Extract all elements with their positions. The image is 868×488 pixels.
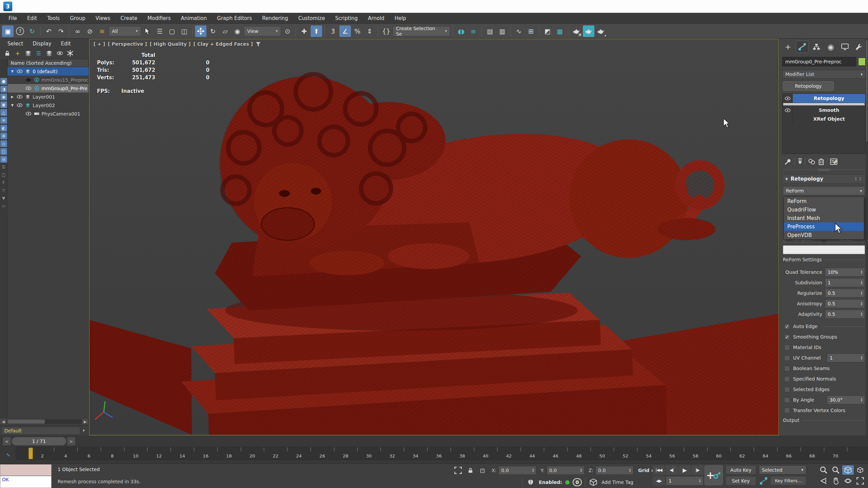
setting-value-field[interactable]: 0.5▴▾ [825,289,865,298]
scene-tree-row[interactable]: PhysCamera001 [7,109,88,118]
filter-materials-icon[interactable]: □ [0,171,7,178]
visibility-eye-icon[interactable] [25,78,32,82]
make-unique-icon[interactable] [808,158,815,165]
menu-item-scripting[interactable]: Scripting [330,15,363,21]
algorithm-option-instant-mesh[interactable]: Instant Mesh [784,214,864,222]
algorithm-dropdown[interactable]: ReForm▾ [783,186,865,195]
select-and-place-button[interactable]: ◉ [232,25,243,37]
viewport-pov-menu[interactable]: [ Perspective ] [108,41,147,47]
menu-item-create[interactable]: Create [115,15,142,21]
spinner-snap-toggle-button[interactable]: ⇕ [364,25,375,37]
edit-named-selection-sets-button[interactable]: {} [380,25,392,37]
auto-key-button[interactable]: Auto Key [726,465,756,474]
menu-item-modifiers[interactable]: Modifiers [142,15,176,21]
viewport-general-menu[interactable]: [ + ] [94,41,105,47]
checkbox[interactable] [784,397,790,403]
scene-tree-row[interactable]: ▼ Layer002 [7,101,88,109]
play-button[interactable]: ▶ [678,465,691,475]
viewport-quality-menu[interactable]: [ High Quality ] [150,41,191,47]
modify-tab[interactable] [796,41,809,53]
bind-to-space-warp-icon[interactable]: ≋ [96,25,108,37]
undo-button[interactable]: ↶ [43,25,55,37]
checkbox[interactable] [784,376,790,382]
unlink-selection-icon[interactable]: ⊘ [84,25,96,37]
hold-button[interactable]: 7 [14,25,26,37]
menu-item-file[interactable]: File [3,15,22,21]
toggle-scene-explorer-button[interactable]: ▤ [484,25,496,37]
rendered-frame-window-button[interactable] [583,25,594,37]
field-of-view-icon[interactable] [818,476,829,486]
explorer-preset-dropdown[interactable]: Default [1,427,80,435]
spinner-icon[interactable]: ▴▾ [861,270,862,274]
checkbox[interactable] [784,345,790,350]
scrollbar-track[interactable] [7,419,82,424]
object-name-field[interactable]: mmGroup0_Pre-Preproc [782,57,856,66]
show-end-result-icon[interactable] [797,158,802,165]
expand-toggle-icon[interactable]: ▶ [9,95,15,99]
modifier-eye-icon[interactable] [783,106,793,115]
menu-item-views[interactable]: Views [91,15,115,21]
select-and-manipulate-button[interactable]: ✚ [298,25,310,37]
filter-shapes-icon[interactable]: ◑ [0,86,7,93]
scene-tree-row[interactable]: ▼ 0 (default) [7,67,88,76]
window-crossing-toggle-button[interactable]: ◫ [178,25,190,37]
3dsmax-logo-icon[interactable]: 3 [3,2,12,11]
filter-xrefs-icon[interactable]: ⊕ [0,133,7,139]
algorithm-option-openvdb[interactable]: OpenVDB [784,231,864,239]
explorer-menu-edit[interactable]: Edit [57,41,75,47]
modifier-stack-row-xref-object[interactable]: XRef Object [783,115,865,123]
select-and-rotate-button[interactable]: ↻ [207,25,219,37]
named-selection-sets-dropdown[interactable]: Create Selection Se▾ [393,26,450,36]
retopology-modifier-button[interactable]: Retopology [783,81,834,91]
motion-tab[interactable]: ◉ [824,41,837,53]
snap-toggle-3d-button[interactable]: 3 [327,25,339,37]
hierarchy-view-icon[interactable]: ☰ [35,49,42,57]
frame-counter-value[interactable]: 1 / 71 [12,437,66,445]
expand-toggle-icon[interactable]: ▼ [9,69,15,73]
spinner-icon[interactable]: ▴▾ [629,468,631,472]
y-coord-field[interactable]: 0.0▴▾ [547,466,585,475]
toggle-layer-explorer-button[interactable]: ▥ [496,25,508,37]
add-to-active-layer-icon[interactable] [24,49,32,57]
visibility-eye-icon[interactable] [16,103,23,107]
render-production-button[interactable] [595,25,607,37]
fetch-button[interactable]: ↻ [26,25,38,37]
viewport-3d-scene[interactable] [90,39,778,435]
key-filters-mode-icon[interactable] [759,476,768,485]
mirror-button[interactable]: ◖◗ [455,25,467,37]
utilities-tab[interactable] [853,41,866,53]
menu-item-animation[interactable]: Animation [176,15,212,21]
percent-snap-toggle-button[interactable]: % [352,25,363,37]
display-tab[interactable] [839,41,851,53]
isolate-selection-icon[interactable] [453,466,463,475]
scroll-left-icon[interactable]: ◀ [1,419,6,424]
spinner-icon[interactable]: ▴▾ [861,281,862,285]
select-and-link-icon[interactable]: ∞ [72,25,83,37]
pan-hand-icon[interactable] [830,476,842,486]
menu-item-rendering[interactable]: Rendering [257,15,293,21]
key-selection-dropdown[interactable]: Selected▾ [759,465,806,474]
zoom-all-icon[interactable] [830,465,842,475]
remove-modifier-trash-icon[interactable] [818,158,824,165]
filter-space-warps-icon[interactable]: ≋ [0,117,7,124]
viewport-filter-funnel-icon[interactable] [256,42,261,47]
modifier-stack-row-retopology[interactable]: Retopology [783,94,865,103]
open-mini-curve-editor-icon[interactable]: ∿ [3,449,14,461]
shield-icon[interactable] [526,477,536,487]
material-editor-button[interactable]: ◩ [542,25,553,37]
setting-value-field[interactable]: 10%▴▾ [825,268,865,277]
explorer-horizontal-scrollbar[interactable]: ◀ ▶ [1,419,88,425]
spinner-icon[interactable]: ▴▾ [699,479,701,483]
next-frame-icon[interactable]: > [67,437,75,445]
pin-stack-icon[interactable] [784,158,792,165]
unfreeze-all-icon[interactable] [66,49,74,57]
maximize-viewport-toggle-icon[interactable] [854,476,866,486]
menu-item-graph-editors[interactable]: Graph Editors [212,15,257,21]
scene-tree-row[interactable]: ▶ Layer001 [7,93,88,101]
filter-geometry-icon[interactable]: ● [0,78,7,85]
key-mode-toggle-button[interactable]: ◀▶ [653,476,665,486]
unhide-all-icon[interactable] [56,49,63,57]
schematic-view-button[interactable]: ⊞ [525,25,537,37]
hierarchy-tab[interactable] [810,41,823,53]
set-key-button[interactable]: Set Key [726,476,756,485]
